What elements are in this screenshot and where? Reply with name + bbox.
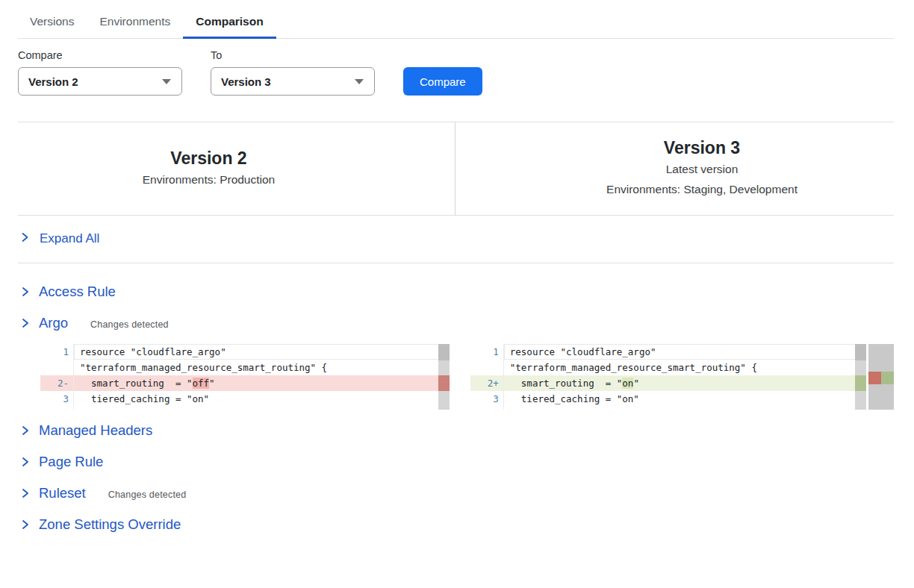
chevron-right-icon xyxy=(19,424,31,437)
line-number: 1 xyxy=(470,344,504,360)
added-word-highlight: on xyxy=(622,378,633,389)
minimap-added-marker xyxy=(881,372,894,384)
section-label: Ruleset xyxy=(39,485,86,501)
code-suffix: " xyxy=(633,378,639,389)
code-text: resource "cloudflare_argo" xyxy=(504,344,866,360)
left-panel-scrollbar[interactable] xyxy=(438,344,450,410)
chevron-right-icon xyxy=(19,285,31,298)
line-number xyxy=(470,360,504,375)
code-text: tiered_caching = "on" xyxy=(74,391,450,407)
line-number xyxy=(40,360,74,375)
version-headers: Version 2 Environments: Production Versi… xyxy=(18,122,894,216)
code-text: } xyxy=(504,407,866,410)
code-text: "terraform_managed_resource_smart_routin… xyxy=(74,360,450,375)
diff-line: 4 } xyxy=(470,407,866,410)
comparison-page: Versions Environments Comparison Compare… xyxy=(0,0,914,588)
section-zone-settings-override[interactable]: Zone Settings Override xyxy=(18,514,894,535)
changes-badge: Changes detected xyxy=(90,317,169,330)
diff-line: 4 } xyxy=(40,407,450,410)
right-version-environments: Environments: Staging, Development xyxy=(510,179,894,199)
section-ruleset[interactable]: Ruleset Changes detected xyxy=(18,483,894,504)
tab-versions[interactable]: Versions xyxy=(17,9,87,38)
code-suffix: " xyxy=(209,378,215,389)
removed-line-marker xyxy=(438,375,450,391)
diff-line: "terraform_managed_resource_smart_routin… xyxy=(470,360,866,375)
diff-overview-minimap[interactable] xyxy=(868,344,894,410)
right-panel-scrollbar[interactable] xyxy=(855,344,866,410)
removed-word-highlight: off xyxy=(193,378,210,389)
diff-line-added: 2+ smart_routing = "on" xyxy=(470,375,866,391)
compare-to-group: To Version 3 xyxy=(211,49,375,96)
code-text: smart_routing = "off" xyxy=(74,375,450,391)
version-header-left: Version 2 Environments: Production xyxy=(18,122,456,215)
scrollbar-thumb[interactable] xyxy=(438,344,450,360)
chevron-down-icon xyxy=(162,79,171,84)
compare-controls: Compare Version 2 To Version 3 Compare xyxy=(18,49,896,96)
line-number: 2+ xyxy=(470,375,504,391)
line-number: 1 xyxy=(40,344,74,360)
section-label: Page Rule xyxy=(39,454,103,470)
compare-from-value: Version 2 xyxy=(28,75,78,88)
compare-button[interactable]: Compare xyxy=(403,67,482,96)
compare-from-select[interactable]: Version 2 xyxy=(18,67,182,96)
compare-label: Compare xyxy=(18,49,182,61)
version-header-right: Version 3 Latest version Environments: S… xyxy=(456,122,894,215)
minimap-removed-marker xyxy=(868,372,881,384)
expand-all-label: Expand All xyxy=(40,231,99,246)
line-number: 3 xyxy=(470,391,504,407)
chevron-down-icon xyxy=(355,79,364,84)
tab-environments[interactable]: Environments xyxy=(87,9,183,38)
argo-diff-viewer: 1 resource "cloudflare_argo" "terraform_… xyxy=(40,344,894,410)
chevron-right-icon xyxy=(19,487,31,500)
resource-sections: Access Rule Argo Changes detected 1 reso… xyxy=(0,281,914,535)
tab-comparison[interactable]: Comparison xyxy=(183,9,276,38)
diff-panel-left: 1 resource "cloudflare_argo" "terraform_… xyxy=(40,344,450,410)
line-number: 3 xyxy=(40,391,74,407)
diff-line-removed: 2- smart_routing = "off" xyxy=(40,375,450,391)
section-label: Zone Settings Override xyxy=(39,516,181,533)
changes-badge: Changes detected xyxy=(108,487,187,500)
right-version-subtitle: Latest version xyxy=(510,159,894,179)
section-argo[interactable]: Argo Changes detected xyxy=(18,313,894,334)
left-version-environments: Environments: Production xyxy=(18,169,400,190)
scrollbar-thumb[interactable] xyxy=(855,344,866,360)
diff-line: 3 tiered_caching = "on" xyxy=(470,391,866,407)
compare-to-value: Version 3 xyxy=(221,75,271,88)
chevron-right-icon xyxy=(19,231,30,246)
code-text: "terraform_managed_resource_smart_routin… xyxy=(504,360,866,375)
diff-line: "terraform_managed_resource_smart_routin… xyxy=(40,360,450,375)
to-label: To xyxy=(211,49,375,61)
section-label: Argo xyxy=(39,315,68,331)
section-label: Access Rule xyxy=(39,284,116,300)
diff-line: 1 resource "cloudflare_argo" xyxy=(470,344,866,360)
section-access-rule[interactable]: Access Rule xyxy=(18,281,894,302)
line-number: 4 xyxy=(470,407,504,410)
compare-to-select[interactable]: Version 3 xyxy=(211,67,375,96)
right-version-title: Version 3 xyxy=(510,137,894,159)
added-line-marker xyxy=(855,375,866,391)
chevron-right-icon xyxy=(19,316,31,330)
chevron-right-icon xyxy=(19,455,31,469)
code-text: } xyxy=(74,407,450,410)
code-text: resource "cloudflare_argo" xyxy=(74,344,450,360)
diff-line: 3 tiered_caching = "on" xyxy=(40,391,450,407)
section-managed-headers[interactable]: Managed Headers xyxy=(18,420,894,441)
line-number: 2- xyxy=(40,375,74,391)
code-prefix: smart_routing = " xyxy=(80,378,193,389)
line-number: 4 xyxy=(40,407,74,410)
code-text: smart_routing = "on" xyxy=(504,375,866,391)
chevron-right-icon xyxy=(19,518,31,531)
compare-from-group: Compare Version 2 xyxy=(18,49,182,96)
expand-all-toggle[interactable]: Expand All xyxy=(18,216,894,263)
diff-panel-right: 1 resource "cloudflare_argo" "terraform_… xyxy=(470,344,866,410)
code-prefix: smart_routing = " xyxy=(510,378,623,389)
code-text: tiered_caching = "on" xyxy=(504,391,866,407)
diff-line: 1 resource "cloudflare_argo" xyxy=(40,344,450,360)
tab-bar: Versions Environments Comparison xyxy=(18,0,894,39)
section-label: Managed Headers xyxy=(39,422,152,439)
section-page-rule[interactable]: Page Rule xyxy=(18,451,894,472)
left-version-title: Version 2 xyxy=(18,147,400,169)
